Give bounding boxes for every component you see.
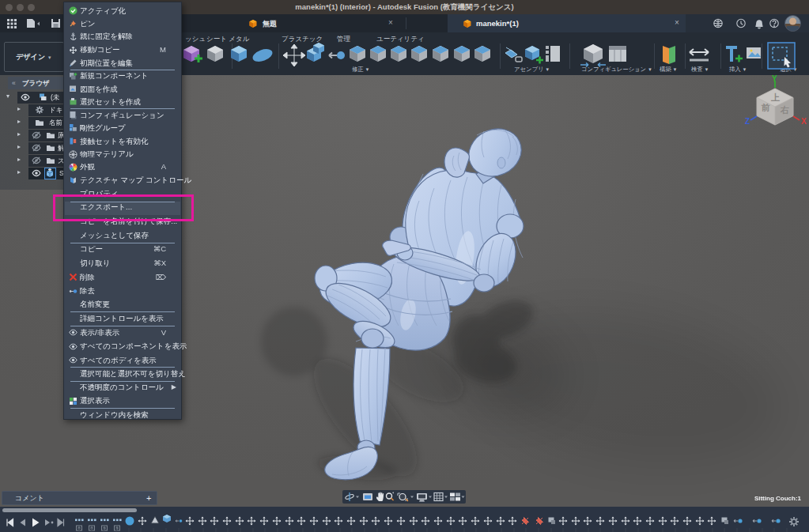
svg-text:X: X	[801, 117, 807, 126]
svg-text:前: 前	[761, 103, 770, 112]
svg-text:右: 右	[780, 105, 789, 115]
svg-text:Y: Y	[772, 75, 777, 83]
svg-text:Z: Z	[745, 117, 750, 126]
svg-text:上: 上	[770, 92, 780, 102]
